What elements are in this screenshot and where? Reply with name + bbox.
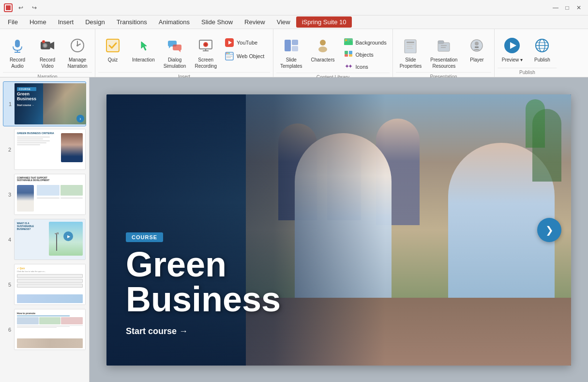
slide-view: COURSE Green Business Start course → ❯ bbox=[90, 77, 588, 382]
publish-items: Preview ▾ Publish bbox=[498, 31, 557, 68]
characters-button[interactable]: Characters bbox=[307, 33, 339, 66]
slide-title: Green Business bbox=[126, 247, 281, 317]
menu-file[interactable]: File bbox=[2, 16, 24, 28]
maximize-button[interactable]: □ bbox=[562, 2, 573, 13]
youtube-button[interactable]: YouTube bbox=[222, 37, 270, 48]
quiz-icon bbox=[103, 36, 122, 55]
minimize-button[interactable]: — bbox=[550, 2, 561, 13]
objects-icon bbox=[344, 50, 353, 59]
svg-marker-16 bbox=[169, 46, 171, 48]
preview-label: Preview ▾ bbox=[502, 57, 523, 63]
menu-bar: File Home Insert Design Transitions Anim… bbox=[0, 15, 588, 29]
record-video-label: RecordVideo bbox=[40, 57, 55, 69]
slide-properties-label: SlideProperties bbox=[400, 57, 422, 69]
ribbon-group-publish: Preview ▾ Publish Publish bbox=[495, 29, 559, 77]
slide-templates-button[interactable]: SlideTemplates bbox=[276, 33, 306, 72]
slide-thumb-5: ✓ Quiz Click the box to take the quiz on… bbox=[14, 264, 86, 305]
ribbon-group-narration: RecordAudio RecordVideo ManageNarration … bbox=[0, 29, 95, 77]
slide-canvas: COURSE Green Business Start course → ❯ bbox=[106, 94, 571, 366]
player-button[interactable]: Player bbox=[462, 33, 491, 66]
preview-button[interactable]: Preview ▾ bbox=[498, 33, 527, 66]
presentation-resources-button[interactable]: PresentationResources bbox=[426, 33, 461, 72]
slide-properties-icon bbox=[401, 36, 420, 55]
manage-narration-button[interactable]: ManageNarration bbox=[63, 33, 92, 72]
publish-button[interactable]: Publish bbox=[528, 33, 557, 66]
menu-home[interactable]: Home bbox=[24, 16, 52, 28]
web-object-label: Web Object bbox=[237, 53, 264, 59]
title-bar: ↩ ↪ — □ ✕ bbox=[0, 0, 588, 15]
backgrounds-icon bbox=[344, 38, 353, 47]
slide-text-area: COURSE Green Business Start course → bbox=[126, 232, 281, 336]
quiz-button[interactable]: Quiz bbox=[98, 33, 127, 66]
backgrounds-button[interactable]: Backgrounds bbox=[341, 37, 389, 48]
manage-narration-label: ManageNarration bbox=[67, 57, 87, 69]
characters-icon bbox=[313, 36, 332, 55]
menu-transitions[interactable]: Transitions bbox=[111, 16, 153, 28]
menu-animations[interactable]: Animations bbox=[153, 16, 196, 28]
dialog-simulation-label: DialogSimulation bbox=[164, 57, 186, 69]
icons-label: Icons bbox=[355, 64, 368, 70]
objects-label: Objects bbox=[355, 52, 373, 58]
ribbon-group-insert: Quiz Interaction DialogSimulation Screen… bbox=[95, 29, 273, 77]
slide-templates-icon bbox=[282, 36, 301, 55]
web-object-button[interactable]: Web Object bbox=[222, 50, 270, 62]
screen-recording-button[interactable]: ScreenRecording bbox=[191, 33, 221, 72]
interaction-button[interactable]: Interaction bbox=[128, 33, 159, 66]
slide-item-1[interactable]: 1 COURSE GreenBusiness Start course → › bbox=[3, 81, 86, 126]
youtube-label: YouTube bbox=[237, 40, 257, 46]
svg-point-39 bbox=[345, 39, 347, 41]
menu-insert[interactable]: Insert bbox=[52, 16, 80, 28]
slide-item-5[interactable]: 5 ✓ Quiz Click the box to take the quiz … bbox=[3, 262, 86, 306]
slide-number-2: 2 bbox=[4, 147, 11, 153]
svg-point-56 bbox=[475, 42, 479, 46]
next-slide-button[interactable]: ❯ bbox=[537, 218, 561, 242]
svg-rect-33 bbox=[285, 40, 291, 51]
slide-thumb-1: COURSE GreenBusiness Start course → › bbox=[15, 83, 86, 124]
slide-cta[interactable]: Start course → bbox=[126, 326, 281, 336]
web-object-icon bbox=[225, 51, 234, 61]
menu-ispring[interactable]: iSpring Suite 10 bbox=[296, 16, 352, 28]
narration-items: RecordAudio RecordVideo ManageNarration bbox=[3, 31, 92, 72]
interaction-label: Interaction bbox=[132, 57, 155, 63]
close-button[interactable]: ✕ bbox=[573, 2, 584, 13]
svg-point-29 bbox=[227, 53, 228, 54]
menu-slideshow[interactable]: Slide Show bbox=[196, 16, 239, 28]
publish-icon bbox=[532, 36, 552, 55]
course-badge: COURSE bbox=[126, 232, 163, 242]
manage-narration-icon bbox=[68, 36, 87, 55]
dialog-simulation-button[interactable]: DialogSimulation bbox=[160, 33, 190, 72]
redo-button[interactable]: ↪ bbox=[29, 2, 40, 13]
slide-number-1: 1 bbox=[5, 101, 12, 107]
objects-button[interactable]: Objects bbox=[341, 49, 389, 61]
slide-templates-label: SlideTemplates bbox=[280, 57, 302, 69]
svg-point-12 bbox=[76, 45, 78, 46]
svg-rect-13 bbox=[106, 39, 119, 52]
menu-review[interactable]: Review bbox=[239, 16, 271, 28]
slide-item-2[interactable]: 2 GREEN BUSINESS CRITERIA bbox=[3, 127, 86, 171]
svg-rect-0 bbox=[15, 40, 20, 47]
undo-button[interactable]: ↩ bbox=[15, 2, 26, 13]
quiz-label: Quiz bbox=[108, 57, 118, 63]
slide-number-6: 6 bbox=[4, 327, 11, 333]
preview-icon bbox=[502, 36, 522, 55]
insert-items: Quiz Interaction DialogSimulation Screen… bbox=[98, 31, 270, 72]
record-audio-button[interactable]: RecordAudio bbox=[3, 33, 32, 72]
slide-item-4[interactable]: 4 WHAT IS ASUSTAINABLEBUSINESS? ▶ bbox=[3, 217, 86, 261]
slide-properties-button[interactable]: SlideProperties bbox=[396, 33, 426, 72]
ribbon-group-content-library: SlideTemplates Characters Backgrounds bbox=[273, 29, 393, 77]
characters-label: Characters bbox=[311, 57, 335, 63]
slide-item-6[interactable]: 6 How to promote bbox=[3, 307, 86, 351]
svg-point-28 bbox=[226, 53, 227, 54]
presentation-resources-icon bbox=[434, 36, 453, 55]
menu-design[interactable]: Design bbox=[79, 16, 110, 28]
slide-item-3[interactable]: 3 COMPANIES THAT SUPPORTSUSTAINABLE DEVE… bbox=[3, 172, 86, 216]
slide-thumb-4: WHAT IS ASUSTAINABLEBUSINESS? ▶ bbox=[14, 219, 86, 260]
svg-rect-35 bbox=[292, 46, 298, 51]
player-label: Player bbox=[470, 57, 483, 63]
icons-button[interactable]: ✦✦ Icons bbox=[341, 61, 389, 73]
record-video-button[interactable]: RecordVideo bbox=[33, 33, 62, 72]
content-secondary: Backgrounds Objects ✦✦ Icons bbox=[339, 33, 389, 73]
menu-view[interactable]: View bbox=[271, 16, 296, 28]
slide-thumb-2: GREEN BUSINESS CRITERIA bbox=[14, 129, 86, 170]
slide-number-4: 4 bbox=[4, 237, 11, 243]
